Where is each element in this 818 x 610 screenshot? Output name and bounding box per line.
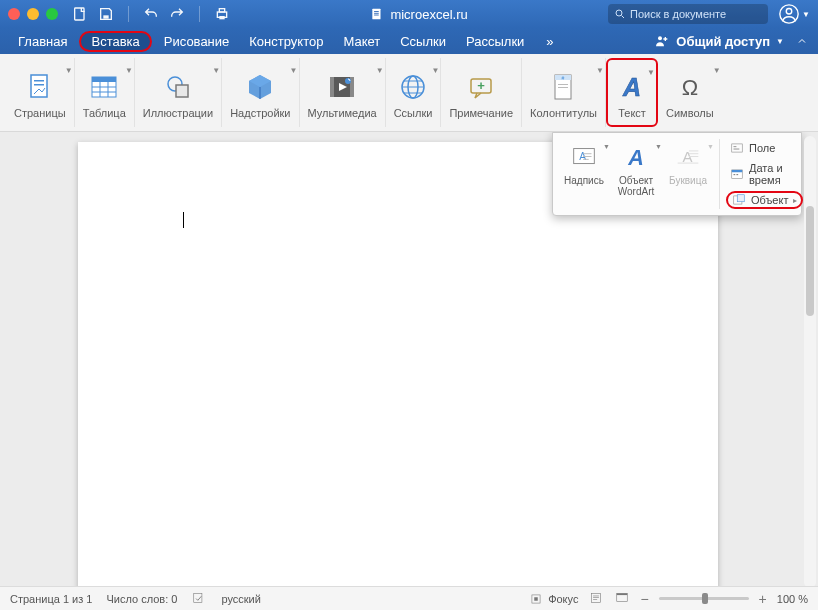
- svg-rect-4: [219, 16, 224, 19]
- popup-dropcap-label: Буквица: [669, 175, 707, 186]
- omega-icon: Ω: [674, 71, 706, 103]
- ribbon-text[interactable]: ▼ A Текст: [606, 58, 658, 127]
- chevron-down-icon: ▼: [290, 66, 298, 75]
- search-icon: [614, 8, 626, 20]
- media-icon: [326, 71, 358, 103]
- view-focus[interactable]: Фокус: [528, 592, 578, 606]
- ribbon-comment-label: Примечание: [449, 107, 513, 119]
- chevron-down-icon: ▼: [212, 66, 220, 75]
- undo-icon[interactable]: [143, 6, 159, 22]
- ribbon-symbols-label: Символы: [666, 107, 714, 119]
- popup-object[interactable]: Объект ▸: [726, 191, 803, 209]
- svg-rect-6: [374, 11, 379, 12]
- ribbon-addins-label: Надстройки: [230, 107, 290, 119]
- status-wordcount[interactable]: Число слов: 0: [106, 593, 177, 605]
- popup-wordart-label: Объект WordArt: [611, 175, 661, 197]
- chevron-down-icon: ▼: [376, 66, 384, 75]
- tabs-overflow[interactable]: »: [538, 31, 561, 52]
- popup-dropcap: ▼ A Буквица: [663, 139, 713, 209]
- svg-rect-61: [594, 599, 598, 600]
- status-page[interactable]: Страница 1 из 1: [10, 593, 92, 605]
- status-language[interactable]: русский: [221, 593, 260, 605]
- search-input[interactable]: Поиск в документе: [608, 4, 768, 24]
- ribbon-headerfooter[interactable]: ▼ # Колонтитулы: [522, 58, 606, 127]
- svg-rect-0: [75, 8, 84, 20]
- tab-design[interactable]: Конструктор: [241, 31, 331, 52]
- svg-rect-13: [31, 75, 47, 97]
- doc-name-label: microexcel.ru: [390, 7, 467, 22]
- scrollbar-thumb[interactable]: [806, 206, 814, 316]
- view-print-layout[interactable]: [588, 591, 604, 607]
- redo-icon[interactable]: [169, 6, 185, 22]
- save-icon[interactable]: [98, 6, 114, 22]
- svg-rect-45: [678, 163, 699, 164]
- print-icon[interactable]: [214, 6, 230, 22]
- zoom-out[interactable]: −: [640, 591, 648, 607]
- object-icon: [732, 193, 746, 207]
- zoom-in[interactable]: +: [759, 591, 767, 607]
- tab-mailings[interactable]: Рассылки: [458, 31, 532, 52]
- zoom-slider-thumb[interactable]: [702, 593, 708, 604]
- search-placeholder: Поиск в документе: [630, 8, 726, 20]
- user-dropdown-icon[interactable]: ▼: [802, 10, 810, 19]
- header-icon: #: [548, 71, 580, 103]
- wordart-a-icon: A: [616, 71, 648, 103]
- svg-point-12: [658, 36, 662, 40]
- ribbon-comment[interactable]: + Примечание: [441, 58, 522, 127]
- file-icon[interactable]: [72, 6, 88, 22]
- wordart-icon: A: [621, 142, 651, 172]
- svg-rect-1: [103, 15, 108, 18]
- field-icon: [730, 141, 744, 155]
- vertical-scrollbar[interactable]: [804, 136, 816, 588]
- zoom-slider[interactable]: [659, 597, 749, 600]
- document-area: ▼ A Надпись ▼ A Объект WordArt ▼ A Букви…: [0, 132, 818, 592]
- close-window[interactable]: [8, 8, 20, 20]
- svg-text:+: +: [477, 78, 485, 93]
- focus-icon: [528, 592, 544, 606]
- popup-datetime[interactable]: Дата и время: [726, 160, 803, 188]
- tab-references[interactable]: Ссылки: [392, 31, 454, 52]
- svg-rect-5: [373, 9, 381, 20]
- svg-text:#: #: [561, 75, 564, 81]
- link-icon: [397, 71, 429, 103]
- tab-layout[interactable]: Макет: [335, 31, 388, 52]
- chevron-down-icon: ▼: [431, 66, 439, 75]
- page-icon: [24, 71, 56, 103]
- zoom-value[interactable]: 100 %: [777, 593, 808, 605]
- popup-wordart[interactable]: ▼ A Объект WordArt: [611, 139, 661, 209]
- popup-textbox[interactable]: ▼ A Надпись: [559, 139, 609, 209]
- svg-rect-37: [583, 153, 591, 154]
- collapse-ribbon-icon[interactable]: [796, 35, 808, 47]
- tab-insert[interactable]: Вставка: [79, 31, 151, 52]
- popup-field[interactable]: Поле: [726, 139, 803, 157]
- ribbon-illustrations[interactable]: ▼ Иллюстрации: [135, 58, 222, 127]
- svg-rect-39: [583, 159, 589, 160]
- popup-datetime-label: Дата и время: [749, 162, 799, 186]
- ribbon-symbols[interactable]: ▼ Ω Символы: [658, 58, 722, 127]
- minimize-window[interactable]: [27, 8, 39, 20]
- share-label: Общий доступ: [676, 34, 770, 49]
- ribbon-pages[interactable]: ▼ Страницы: [6, 58, 75, 127]
- maximize-window[interactable]: [46, 8, 58, 20]
- comment-icon: +: [465, 71, 497, 103]
- svg-text:A: A: [622, 73, 641, 101]
- svg-rect-44: [689, 156, 698, 157]
- ribbon-illustrations-label: Иллюстрации: [143, 107, 213, 119]
- svg-rect-3: [219, 9, 224, 12]
- status-spellcheck[interactable]: [191, 591, 207, 607]
- svg-rect-21: [330, 77, 334, 97]
- ribbon-links[interactable]: ▼ Ссылки: [386, 58, 442, 127]
- ribbon-addins[interactable]: ▼ Надстройки: [222, 58, 299, 127]
- tab-home[interactable]: Главная: [10, 31, 75, 52]
- ribbon-table[interactable]: ▼ Таблица: [75, 58, 135, 127]
- status-focus-label: Фокус: [548, 593, 578, 605]
- ribbon-pages-label: Страницы: [14, 107, 66, 119]
- share-button[interactable]: Общий доступ ▼: [654, 33, 784, 49]
- view-web-layout[interactable]: [614, 591, 630, 607]
- tab-draw[interactable]: Рисование: [156, 31, 237, 52]
- user-account-icon[interactable]: [778, 3, 800, 25]
- calendar-icon: [730, 167, 744, 181]
- ribbon-media[interactable]: ▼ Мультимедиа: [300, 58, 386, 127]
- titlebar: microexcel.ru Поиск в документе ▼: [0, 0, 818, 28]
- text-dropdown-popup: ▼ A Надпись ▼ A Объект WordArt ▼ A Букви…: [552, 132, 802, 216]
